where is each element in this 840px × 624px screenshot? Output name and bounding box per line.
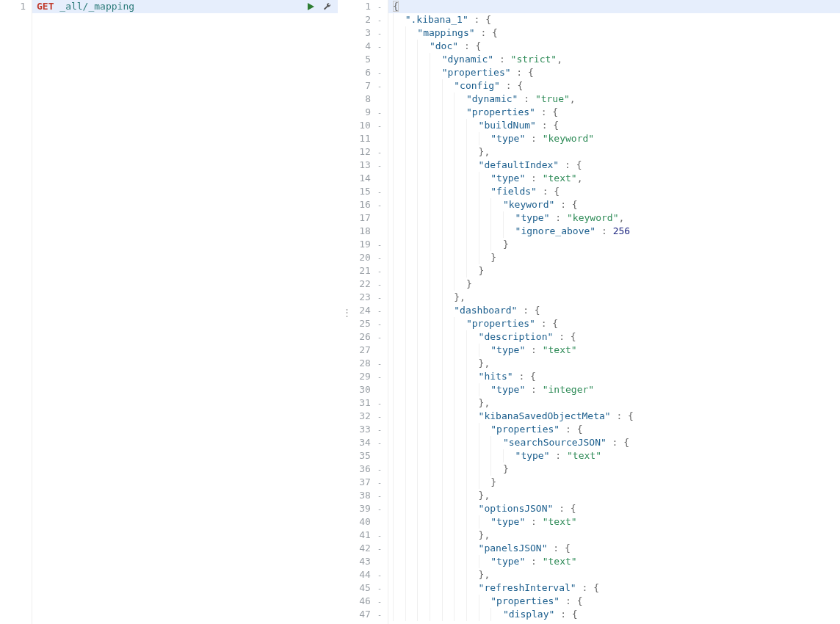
response-line-number: 9 -	[356, 106, 382, 119]
response-line: "type" : "keyword",	[393, 211, 840, 225]
response-line-number: 4 -	[356, 40, 382, 53]
response-line: "searchSourceJSON" : {	[393, 436, 840, 449]
request-line-number: 1	[0, 0, 26, 13]
response-line-number: 36 -	[356, 462, 382, 476]
response-line-number: 34 -	[356, 436, 382, 449]
response-code-area[interactable]: { ".kibana_1" : { "mappings" : { "doc" :…	[388, 0, 840, 624]
response-line: },	[393, 396, 840, 410]
response-line: },	[393, 145, 840, 159]
response-line-number: 27	[356, 344, 382, 357]
request-editor-pane[interactable]: 1 GET _all/_mapping	[0, 0, 338, 624]
response-line: {	[393, 0, 840, 13]
response-line: "type" : "integer"	[393, 383, 840, 396]
response-line: "type" : "text"	[393, 449, 840, 462]
response-line: },	[393, 291, 840, 304]
response-line: ".kibana_1" : {	[393, 13, 840, 26]
response-line: "description" : {	[393, 330, 840, 344]
response-line: "dynamic" : "true",	[393, 92, 840, 106]
response-line: "display" : {	[393, 608, 840, 621]
response-line-number: 45 -	[356, 581, 382, 595]
response-line: "buildNum" : {	[393, 119, 840, 132]
response-line-number: 23 -	[356, 291, 382, 304]
response-line: "optionsJSON" : {	[393, 502, 840, 515]
response-line-number: 14	[356, 172, 382, 185]
request-code-area[interactable]: GET _all/_mapping	[32, 0, 338, 624]
response-line-number: 16 -	[356, 198, 382, 211]
response-line: "properties" : {	[393, 106, 840, 119]
response-line-number: 47 -	[356, 608, 382, 621]
response-line-number: 5	[356, 53, 382, 66]
response-line-number: 13 -	[356, 159, 382, 172]
response-line: "type" : "keyword"	[393, 132, 840, 145]
response-line: "refreshInterval" : {	[393, 581, 840, 595]
response-line-number: 18	[356, 225, 382, 238]
response-line-number: 8	[356, 92, 382, 106]
response-line: }	[393, 476, 840, 489]
response-line-number: 42 -	[356, 542, 382, 555]
response-line: "kibanaSavedObjectMeta" : {	[393, 410, 840, 423]
response-line-number: 29 -	[356, 370, 382, 383]
response-line: "keyword" : {	[393, 198, 840, 211]
response-line-number: 7 -	[356, 79, 382, 92]
response-line-number: 21 -	[356, 264, 382, 277]
http-method: GET	[37, 1, 54, 12]
response-line-number: 38 -	[356, 489, 382, 502]
response-line: "defaultIndex" : {	[393, 159, 840, 172]
response-line-number: 12 -	[356, 145, 382, 159]
response-line-number: 33 -	[356, 423, 382, 436]
response-line-number: 26 -	[356, 330, 382, 344]
response-line-number: 11	[356, 132, 382, 145]
response-line: "type" : "text",	[393, 172, 840, 185]
response-line-number: 24 -	[356, 304, 382, 317]
response-line-number: 2 -	[356, 13, 382, 26]
response-gutter: 1 -2 -3 -4 -5 6 -7 -8 9 -10 -11 12 -13 -…	[356, 0, 388, 624]
play-icon[interactable]	[306, 2, 315, 11]
response-line-number: 6 -	[356, 66, 382, 79]
response-line-number: 1 -	[356, 0, 382, 13]
response-line-number: 37 -	[356, 476, 382, 489]
response-line-number: 43	[356, 555, 382, 568]
response-line: "properties" : {	[393, 317, 840, 330]
response-line-number: 41 -	[356, 529, 382, 542]
response-line-number: 31 -	[356, 396, 382, 410]
response-line: "fields" : {	[393, 185, 840, 198]
response-line: "properties" : {	[393, 66, 840, 79]
response-line: }	[393, 462, 840, 476]
response-line-number: 40	[356, 515, 382, 529]
http-path: _all/_mapping	[59, 1, 134, 12]
response-line-number: 25 -	[356, 317, 382, 330]
response-line-number: 35	[356, 449, 382, 462]
response-line: "panelsJSON" : {	[393, 542, 840, 555]
response-line-number: 20 -	[356, 251, 382, 264]
request-line[interactable]: GET _all/_mapping	[37, 0, 338, 13]
response-line-number: 44 -	[356, 568, 382, 581]
response-line-number: 15 -	[356, 185, 382, 198]
response-line: },	[393, 529, 840, 542]
response-line-number: 46 -	[356, 595, 382, 608]
response-line: "type" : "text"	[393, 555, 840, 568]
response-line: "doc" : {	[393, 40, 840, 53]
request-gutter: 1	[0, 0, 32, 624]
response-line: },	[393, 357, 840, 370]
pane-splitter[interactable]: ⋮	[338, 0, 356, 624]
response-viewer-pane[interactable]: 1 -2 -3 -4 -5 6 -7 -8 9 -10 -11 12 -13 -…	[356, 0, 840, 624]
response-line: "type" : "text"	[393, 344, 840, 357]
wrench-icon[interactable]	[322, 2, 332, 12]
response-line: "config" : {	[393, 79, 840, 92]
response-line: },	[393, 489, 840, 502]
response-line: "dashboard" : {	[393, 304, 840, 317]
response-line-number: 32 -	[356, 410, 382, 423]
response-line-number: 10 -	[356, 119, 382, 132]
response-line-number: 17	[356, 211, 382, 225]
response-line-number: 28 -	[356, 357, 382, 370]
response-line: },	[393, 568, 840, 581]
response-line-number: 30	[356, 383, 382, 396]
response-line: "mappings" : {	[393, 26, 840, 40]
response-line: }	[393, 251, 840, 264]
response-line: "hits" : {	[393, 370, 840, 383]
response-line: }	[393, 238, 840, 251]
response-line-number: 39 -	[356, 502, 382, 515]
response-line-number: 19 -	[356, 238, 382, 251]
response-line: }	[393, 264, 840, 277]
response-line: "properties" : {	[393, 595, 840, 608]
